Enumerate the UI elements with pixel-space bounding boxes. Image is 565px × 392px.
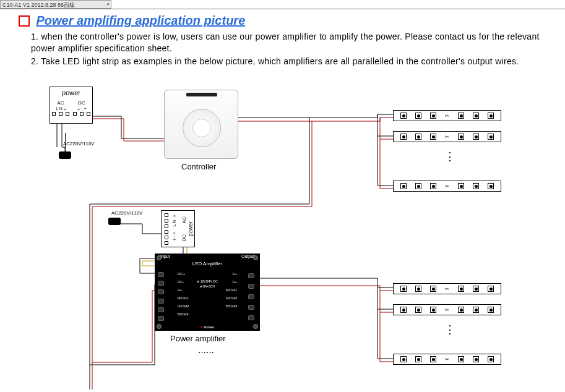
led-icon	[473, 134, 479, 140]
led-icon	[430, 286, 436, 292]
heading-text: Power amplifing application picture	[36, 14, 245, 27]
power2-pins-ac: L N ⏚	[172, 215, 179, 227]
plug-icon-2	[108, 218, 121, 225]
led-strip: ✂	[393, 283, 501, 294]
terminal-icon	[158, 307, 164, 312]
led-icon	[400, 134, 407, 140]
power2-pins-dc: ⏚ - +	[172, 232, 179, 242]
led-icon	[430, 307, 436, 313]
led-icon	[430, 113, 436, 119]
section-heading: Power amplifing application picture	[19, 14, 245, 28]
power1-ac: AC	[57, 100, 64, 106]
terminal-pin	[165, 236, 168, 239]
power1-dc: DC	[78, 100, 85, 106]
heading-marker-icon	[19, 15, 30, 27]
led-icon	[458, 113, 464, 119]
power-supply-2: L N ⏚ ⏚ - + AC DC power	[161, 210, 195, 247]
power1-pins-ac: L N ⏚	[56, 106, 66, 111]
cut-icon: ✂	[445, 357, 449, 362]
led-icon	[488, 286, 494, 292]
power2-dc: DC	[181, 234, 187, 242]
led-icon	[415, 307, 421, 313]
plug-icon-1	[59, 151, 71, 159]
power2-ac: AC	[181, 216, 187, 223]
terminal-icon	[158, 289, 164, 294]
led-icon	[473, 307, 479, 313]
led-strip: ✂	[393, 354, 501, 365]
led-icon	[458, 286, 464, 292]
led-icon	[458, 134, 464, 140]
led-icon	[473, 356, 479, 362]
led-icon	[473, 183, 479, 189]
amplifier-label: Power amplifier	[170, 334, 226, 343]
amp-output-label: Output	[241, 254, 254, 258]
controller-device	[164, 90, 238, 159]
led-strip: ✂	[393, 304, 501, 315]
led-strip: ✂	[393, 131, 501, 142]
ellipsis-icon: ⋯⋯	[198, 347, 214, 357]
terminal-pin	[73, 112, 77, 116]
led-icon	[400, 286, 407, 292]
led-icon	[488, 183, 494, 189]
amp-left-terms: DC+DC-V+R/CH1G/CH2B/CH3	[178, 270, 189, 318]
ellipsis-icon: ⋮	[444, 328, 455, 331]
led-icon	[488, 113, 494, 119]
titlebar-text: C10-A1 V1 2012.8.28 86面板	[2, 2, 75, 8]
terminal-icon	[158, 316, 164, 321]
wiring-diagram: power AC DC L N ⏚ ⏚ - + AC220V/110V Cont…	[0, 80, 565, 392]
led-icon	[415, 286, 421, 292]
led-icon	[458, 356, 464, 362]
cut-icon: ✂	[445, 134, 449, 140]
terminal-icon	[158, 272, 164, 277]
ellipsis-icon: ⋮	[444, 155, 455, 158]
led-strip: ✂	[393, 181, 501, 192]
amp-input-label: Input	[160, 254, 170, 258]
led-icon	[473, 286, 479, 292]
terminal-pin	[66, 112, 69, 116]
cut-icon: ✂	[445, 184, 449, 189]
led-icon	[458, 307, 464, 313]
terminal-pin	[80, 112, 84, 116]
body-item-2: 2. Take LED light strip as examples in t…	[31, 56, 559, 67]
terminal-pin	[165, 213, 168, 217]
body-item-1: 1. when the controller's power is low, u…	[31, 31, 559, 54]
power1-pins-dc: ⏚ - +	[77, 106, 86, 111]
led-icon	[430, 183, 436, 189]
screw-icon	[253, 255, 258, 260]
screw-icon	[157, 255, 162, 260]
led-icon	[415, 183, 421, 189]
terminal-icon	[248, 305, 254, 310]
terminal-pin	[165, 224, 168, 228]
terminal-icon	[248, 315, 254, 320]
terminal-icon	[248, 273, 254, 278]
amp-power-led: Power	[204, 325, 214, 329]
led-icon	[488, 307, 494, 313]
led-icon	[400, 356, 407, 362]
controller-label: Controller	[181, 162, 216, 171]
power1-title: power	[50, 89, 92, 96]
amp-spec: ⊕ 12V/24V DC ⊕ 8A×3CH	[155, 279, 259, 289]
terminal-pin	[59, 112, 63, 116]
led-icon	[400, 307, 407, 313]
terminal-pin	[52, 112, 56, 116]
power2-title: power	[188, 221, 194, 237]
amp-right-terms: V+V+R/CH1G/CH2B/CH3	[226, 270, 237, 310]
power-supply-1: power AC DC L N ⏚ ⏚ - +	[50, 87, 93, 124]
led-icon	[458, 183, 464, 189]
cut-icon: ✂	[445, 307, 449, 313]
led-icon	[400, 113, 407, 119]
power1-ac-label: AC220V/110V	[63, 141, 95, 147]
led-icon	[430, 356, 436, 362]
window-titlebar: C10-A1 V1 2012.8.28 86面板 ×	[0, 0, 111, 9]
led-icon	[488, 356, 494, 362]
terminal-pin	[87, 112, 90, 116]
terminal-pin	[165, 230, 168, 234]
led-icon	[488, 134, 494, 140]
terminal-pin	[165, 219, 168, 223]
led-icon	[473, 113, 479, 119]
close-icon[interactable]: ×	[106, 1, 110, 7]
cut-icon: ✂	[445, 113, 449, 119]
led-icon	[415, 113, 421, 119]
power-amplifier-device: Input Output LED Amplifier DC+DC-V+R/CH1…	[155, 254, 260, 331]
led-icon	[415, 134, 421, 140]
